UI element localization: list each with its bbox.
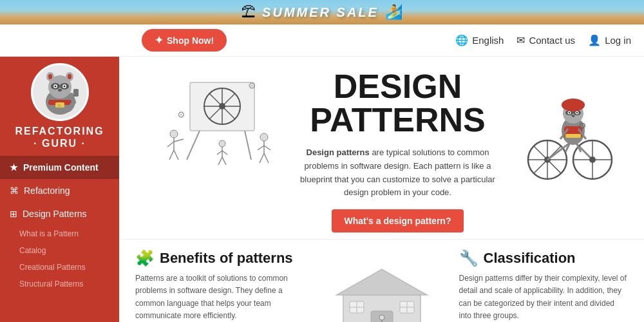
surfer-icon: 🏄 xyxy=(385,4,402,21)
umbrella-icon: ⛱ xyxy=(242,4,256,21)
svg-line-35 xyxy=(174,139,184,142)
house-illustration xyxy=(317,249,446,322)
svg-line-40 xyxy=(258,146,264,150)
classification-text: Design patterns differ by their complexi… xyxy=(459,272,629,322)
sidebar-item-design-patterns[interactable]: ⊞ Design Patterns xyxy=(0,202,119,225)
svg-line-60 xyxy=(547,160,561,173)
svg-line-57 xyxy=(534,146,547,160)
hero-title: DESIGN PATTERNS xyxy=(293,70,502,137)
contact-link[interactable]: ✉ Contact us xyxy=(516,34,575,46)
top-nav: ✦ Shop Now! 🌐 English ✉ Contact us 👤 Log… xyxy=(0,24,644,57)
svg-point-13 xyxy=(68,74,71,79)
raccoon-logo-image: R xyxy=(34,66,86,118)
svg-line-36 xyxy=(169,150,174,160)
svg-point-78 xyxy=(569,112,570,113)
language-label: English xyxy=(472,35,504,46)
svg-text:R: R xyxy=(58,104,61,108)
design-illustration-svg: ⚙ ⚙ xyxy=(138,70,280,185)
raccoon-hero-svg: ⚙ xyxy=(515,70,618,185)
login-link[interactable]: 👤 Log in xyxy=(588,34,631,46)
sidebar-nav: ★ Premium Content ⌘ Refactoring ⊞ Design… xyxy=(0,156,119,292)
svg-point-12 xyxy=(48,74,52,79)
hero-text: DESIGN PATTERNS Design patterns are typi… xyxy=(287,70,509,232)
classification-title: 🔧 Classification xyxy=(459,249,629,267)
refactoring-icon: ⌘ xyxy=(10,185,19,196)
sidebar: R REFACTORING · GURU · ★ Premium Content… xyxy=(0,57,119,322)
main-layout: R REFACTORING · GURU · ★ Premium Content… xyxy=(0,57,644,322)
svg-text:⚙: ⚙ xyxy=(578,120,587,131)
language-selector[interactable]: 🌐 English xyxy=(455,34,504,46)
svg-point-80 xyxy=(572,115,575,117)
svg-line-41 xyxy=(264,146,270,150)
login-label: Log in xyxy=(605,35,631,46)
bottom-section: 🧩 Benefits of patterns Patterns are a to… xyxy=(119,239,644,322)
main-content: ⚙ ⚙ DESIGN PATTERNS Design patterns are … xyxy=(119,57,644,322)
classification-icon: 🔧 xyxy=(459,249,478,267)
nav-items: 🌐 English ✉ Contact us 👤 Log in xyxy=(455,34,631,46)
svg-rect-72 xyxy=(565,134,581,138)
premium-label: Premium Content xyxy=(23,162,99,173)
sidebar-sub-item-creational[interactable]: Creational Patterns xyxy=(0,259,119,276)
benefits-icon: 🧩 xyxy=(135,249,155,267)
house-svg xyxy=(321,260,443,322)
svg-marker-92 xyxy=(337,269,427,295)
svg-point-90 xyxy=(562,99,585,111)
svg-line-43 xyxy=(264,153,269,163)
sidebar-item-premium[interactable]: ★ Premium Content xyxy=(0,156,119,179)
shop-now-button[interactable]: ✦ Shop Now! xyxy=(142,29,227,52)
svg-text:⚙: ⚙ xyxy=(248,80,256,91)
svg-line-59 xyxy=(534,160,547,173)
sidebar-sub-item-structural[interactable]: Structural Patterns xyxy=(0,276,119,292)
svg-line-49 xyxy=(222,157,226,165)
mail-icon: ✉ xyxy=(516,34,525,46)
whats-design-pattern-button[interactable]: What's a design pattern? xyxy=(332,209,464,232)
hero-description: Design patterns are typical solutions to… xyxy=(293,146,502,200)
sidebar-sub-item-catalog[interactable]: Catalog xyxy=(0,242,119,259)
contact-label: Contact us xyxy=(529,35,575,46)
svg-line-47 xyxy=(222,151,227,155)
benefits-title: 🧩 Benefits of patterns xyxy=(135,249,305,267)
sidebar-logo: R REFACTORING · GURU · xyxy=(0,57,119,153)
svg-line-48 xyxy=(218,157,222,165)
svg-point-38 xyxy=(260,133,268,141)
svg-line-42 xyxy=(260,153,264,163)
svg-line-31 xyxy=(245,131,251,160)
banner-text: SUMMER SALE xyxy=(262,5,379,20)
sidebar-item-refactoring[interactable]: ⌘ Refactoring xyxy=(0,179,119,202)
classification-card: 🔧 Classification Design patterns differ … xyxy=(459,249,629,322)
user-icon: 👤 xyxy=(588,34,601,46)
svg-point-9 xyxy=(58,89,62,91)
shop-now-label: Shop Now! xyxy=(167,35,214,46)
benefits-card: 🧩 Benefits of patterns Patterns are a to… xyxy=(135,249,305,322)
svg-line-37 xyxy=(174,150,178,160)
summer-banner: ⛱ SUMMER SALE 🏄 xyxy=(0,0,644,24)
svg-point-101 xyxy=(379,315,384,320)
hero-section: ⚙ ⚙ DESIGN PATTERNS Design patterns are … xyxy=(119,57,644,239)
globe-icon: 🌐 xyxy=(455,34,468,46)
svg-line-46 xyxy=(217,151,222,155)
logo-circle: R xyxy=(31,63,89,121)
patterns-icon: ⊞ xyxy=(10,209,17,219)
hero-illustration: ⚙ ⚙ xyxy=(138,70,287,188)
svg-line-34 xyxy=(167,142,174,147)
sidebar-sub-item-what-is-pattern[interactable]: What is a Pattern xyxy=(0,225,119,242)
patterns-label: Design Patterns xyxy=(23,209,87,219)
hero-raccoon: ⚙ xyxy=(509,70,625,185)
benefits-text: Patterns are a toolkit of solutions to c… xyxy=(135,272,305,322)
svg-line-30 xyxy=(187,131,200,160)
svg-point-79 xyxy=(576,112,578,113)
svg-rect-16 xyxy=(73,89,79,97)
svg-point-32 xyxy=(170,130,178,138)
svg-point-8 xyxy=(63,86,65,88)
star-nav-icon: ★ xyxy=(10,162,18,173)
svg-point-44 xyxy=(219,140,225,147)
brand-name: REFACTORING · GURU · xyxy=(15,125,104,149)
star-icon: ✦ xyxy=(155,34,163,46)
svg-text:⚙: ⚙ xyxy=(177,109,185,120)
svg-point-7 xyxy=(54,86,56,88)
refactoring-label: Refactoring xyxy=(24,185,70,196)
